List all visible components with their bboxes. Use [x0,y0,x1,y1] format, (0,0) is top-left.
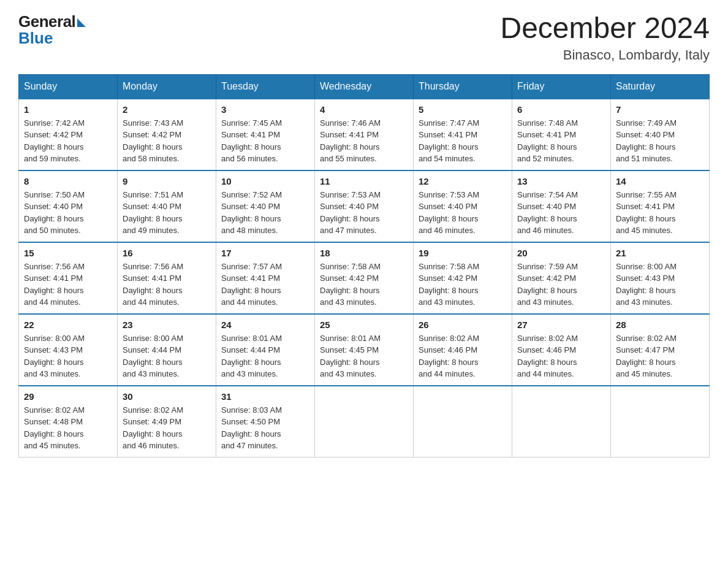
day-info: Sunrise: 7:47 AMSunset: 4:41 PMDaylight:… [419,117,507,165]
day-number: 2 [123,104,211,115]
day-number: 1 [24,104,112,115]
calendar-day-cell: 21Sunrise: 8:00 AMSunset: 4:43 PMDayligh… [611,242,710,314]
day-info: Sunrise: 8:01 AMSunset: 4:44 PMDaylight:… [221,332,309,380]
day-number: 5 [419,104,507,115]
day-number: 15 [24,248,112,258]
calendar-day-cell: 8Sunrise: 7:50 AMSunset: 4:40 PMDaylight… [19,170,118,242]
header-wednesday: Wednesday [315,74,414,99]
day-number: 10 [221,176,309,186]
calendar-day-cell: 20Sunrise: 7:59 AMSunset: 4:42 PMDayligh… [512,242,611,314]
day-info: Sunrise: 8:02 AMSunset: 4:48 PMDaylight:… [24,404,112,452]
day-number: 30 [123,391,211,402]
day-number: 28 [616,320,704,330]
day-info: Sunrise: 7:53 AMSunset: 4:40 PMDaylight:… [320,189,408,237]
day-info: Sunrise: 7:56 AMSunset: 4:41 PMDaylight:… [24,261,112,308]
calendar-day-cell: 23Sunrise: 8:00 AMSunset: 4:44 PMDayligh… [118,314,216,386]
header-saturday: Saturday [611,74,710,99]
calendar-day-cell: 9Sunrise: 7:51 AMSunset: 4:40 PMDaylight… [118,170,216,242]
calendar-day-cell: 6Sunrise: 7:48 AMSunset: 4:41 PMDaylight… [512,99,611,170]
day-number: 3 [221,104,309,115]
day-info: Sunrise: 8:00 AMSunset: 4:44 PMDaylight:… [123,332,211,380]
calendar-week-row: 22Sunrise: 8:00 AMSunset: 4:43 PMDayligh… [19,314,710,386]
page-header: General Blue December 2024 Binasco, Lomb… [18,12,710,63]
logo-blue-text: Blue [18,29,53,48]
day-number: 6 [517,104,605,115]
day-number: 19 [419,248,507,258]
day-number: 27 [517,320,605,330]
day-info: Sunrise: 8:02 AMSunset: 4:49 PMDaylight:… [123,404,211,452]
day-info: Sunrise: 8:00 AMSunset: 4:43 PMDaylight:… [616,261,704,308]
calendar-day-cell: 25Sunrise: 8:01 AMSunset: 4:45 PMDayligh… [315,314,414,386]
calendar-day-cell: 2Sunrise: 7:43 AMSunset: 4:42 PMDaylight… [118,99,216,170]
calendar-day-cell: 30Sunrise: 8:02 AMSunset: 4:49 PMDayligh… [118,386,216,458]
day-number: 18 [320,248,408,258]
calendar-day-cell: 18Sunrise: 7:58 AMSunset: 4:42 PMDayligh… [315,242,414,314]
day-info: Sunrise: 7:58 AMSunset: 4:42 PMDaylight:… [320,261,408,308]
day-number: 11 [320,176,408,186]
header-friday: Friday [512,74,611,99]
header-monday: Monday [118,74,216,99]
day-info: Sunrise: 7:55 AMSunset: 4:41 PMDaylight:… [616,189,704,237]
day-info: Sunrise: 7:42 AMSunset: 4:42 PMDaylight:… [24,117,112,165]
day-number: 22 [24,320,112,330]
calendar-table: SundayMondayTuesdayWednesdayThursdayFrid… [18,74,710,458]
calendar-day-cell: 10Sunrise: 7:52 AMSunset: 4:40 PMDayligh… [216,170,315,242]
day-info: Sunrise: 8:02 AMSunset: 4:46 PMDaylight:… [419,332,507,380]
calendar-day-cell: 22Sunrise: 8:00 AMSunset: 4:43 PMDayligh… [19,314,118,386]
calendar-day-cell: 14Sunrise: 7:55 AMSunset: 4:41 PMDayligh… [611,170,710,242]
calendar-week-row: 15Sunrise: 7:56 AMSunset: 4:41 PMDayligh… [19,242,710,314]
day-info: Sunrise: 7:43 AMSunset: 4:42 PMDaylight:… [123,117,211,165]
calendar-day-cell [611,386,710,458]
calendar-day-cell: 19Sunrise: 7:58 AMSunset: 4:42 PMDayligh… [414,242,512,314]
calendar-day-cell: 16Sunrise: 7:56 AMSunset: 4:41 PMDayligh… [118,242,216,314]
day-number: 25 [320,320,408,330]
day-info: Sunrise: 8:02 AMSunset: 4:47 PMDaylight:… [616,332,704,380]
day-info: Sunrise: 7:54 AMSunset: 4:40 PMDaylight:… [517,189,605,237]
calendar-week-row: 1Sunrise: 7:42 AMSunset: 4:42 PMDaylight… [19,99,710,170]
calendar-day-cell: 29Sunrise: 8:02 AMSunset: 4:48 PMDayligh… [19,386,118,458]
calendar-day-cell: 17Sunrise: 7:57 AMSunset: 4:41 PMDayligh… [216,242,315,314]
day-number: 7 [616,104,704,115]
day-info: Sunrise: 7:46 AMSunset: 4:41 PMDaylight:… [320,117,408,165]
day-info: Sunrise: 7:45 AMSunset: 4:41 PMDaylight:… [221,117,309,165]
day-number: 31 [221,391,309,402]
day-number: 12 [419,176,507,186]
calendar-day-cell: 5Sunrise: 7:47 AMSunset: 4:41 PMDaylight… [414,99,512,170]
day-info: Sunrise: 7:51 AMSunset: 4:40 PMDaylight:… [123,189,211,237]
calendar-day-cell: 11Sunrise: 7:53 AMSunset: 4:40 PMDayligh… [315,170,414,242]
day-number: 8 [24,176,112,186]
day-info: Sunrise: 8:00 AMSunset: 4:43 PMDaylight:… [24,332,112,380]
calendar-day-cell [315,386,414,458]
calendar-week-row: 29Sunrise: 8:02 AMSunset: 4:48 PMDayligh… [19,386,710,458]
day-number: 21 [616,248,704,258]
calendar-day-cell [414,386,512,458]
logo: General Blue [18,12,86,48]
day-info: Sunrise: 7:57 AMSunset: 4:41 PMDaylight:… [221,261,309,308]
day-info: Sunrise: 8:02 AMSunset: 4:46 PMDaylight:… [517,332,605,380]
calendar-week-row: 8Sunrise: 7:50 AMSunset: 4:40 PMDaylight… [19,170,710,242]
day-number: 4 [320,104,408,115]
day-number: 17 [221,248,309,258]
day-info: Sunrise: 7:49 AMSunset: 4:40 PMDaylight:… [616,117,704,165]
day-info: Sunrise: 7:50 AMSunset: 4:40 PMDaylight:… [24,189,112,237]
calendar-day-cell: 31Sunrise: 8:03 AMSunset: 4:50 PMDayligh… [216,386,315,458]
day-info: Sunrise: 7:58 AMSunset: 4:42 PMDaylight:… [419,261,507,308]
day-info: Sunrise: 7:56 AMSunset: 4:41 PMDaylight:… [123,261,211,308]
header-thursday: Thursday [414,74,512,99]
day-number: 26 [419,320,507,330]
calendar-day-cell: 28Sunrise: 8:02 AMSunset: 4:47 PMDayligh… [611,314,710,386]
calendar-day-cell: 1Sunrise: 7:42 AMSunset: 4:42 PMDaylight… [19,99,118,170]
calendar-day-cell: 26Sunrise: 8:02 AMSunset: 4:46 PMDayligh… [414,314,512,386]
calendar-day-cell: 27Sunrise: 8:02 AMSunset: 4:46 PMDayligh… [512,314,611,386]
day-number: 9 [123,176,211,186]
day-number: 16 [123,248,211,258]
calendar-day-cell: 3Sunrise: 7:45 AMSunset: 4:41 PMDaylight… [216,99,315,170]
calendar-header-row: SundayMondayTuesdayWednesdayThursdayFrid… [19,74,710,99]
header-sunday: Sunday [19,74,118,99]
day-number: 14 [616,176,704,186]
calendar-day-cell: 15Sunrise: 7:56 AMSunset: 4:41 PMDayligh… [19,242,118,314]
calendar-day-cell: 7Sunrise: 7:49 AMSunset: 4:40 PMDaylight… [611,99,710,170]
day-info: Sunrise: 8:03 AMSunset: 4:50 PMDaylight:… [221,404,309,452]
calendar-day-cell: 13Sunrise: 7:54 AMSunset: 4:40 PMDayligh… [512,170,611,242]
day-info: Sunrise: 7:59 AMSunset: 4:42 PMDaylight:… [517,261,605,308]
